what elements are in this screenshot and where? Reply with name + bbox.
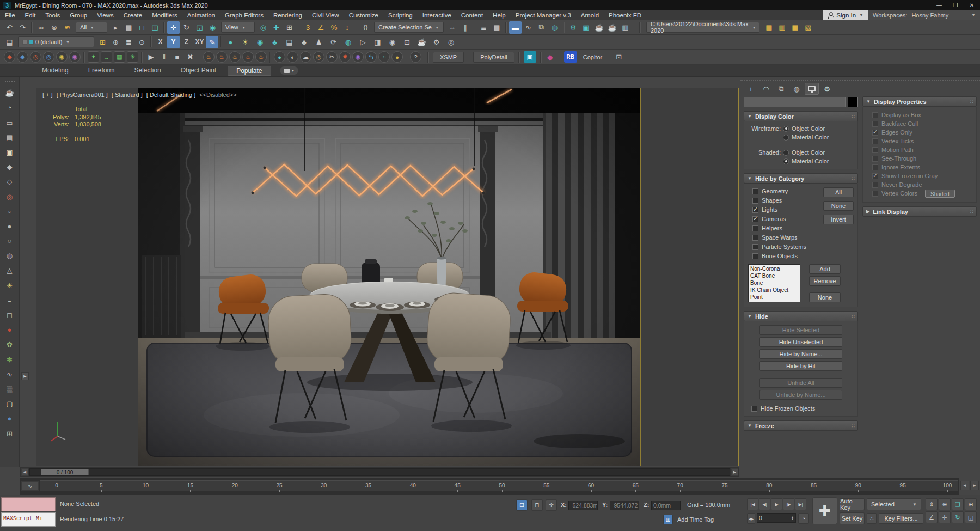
time-configuration-icon[interactable]: ◔ [798, 513, 809, 524]
edit-named-selection-sets-icon[interactable]: {} [359, 21, 372, 34]
character-icon[interactable]: ♟ [313, 36, 325, 48]
ribbon-tab[interactable]: Populate [228, 66, 271, 76]
cone-tool-icon[interactable]: △ [3, 265, 16, 276]
key-filters-button[interactable]: Key Filters... [879, 513, 923, 524]
coin-icon[interactable]: ● [391, 51, 403, 63]
menu-item[interactable]: Views [92, 10, 118, 20]
display-property-row[interactable]: Backface Cull [866, 119, 973, 128]
cream-card-icon[interactable]: ▢ [3, 398, 16, 410]
time-slider-track[interactable]: 0 / 100 [29, 468, 730, 476]
layer-properties-icon[interactable]: ≣ [122, 36, 135, 48]
add-time-tag[interactable]: Add Time Tag [677, 516, 714, 523]
orbit-icon[interactable]: ↻ [952, 511, 964, 523]
phoenix-fire-icon[interactable]: ◆ [4, 51, 15, 63]
play-preview-icon[interactable]: ▷ [357, 36, 369, 48]
sun-light-icon[interactable]: ☀ [3, 280, 16, 291]
render-gear-icon[interactable]: ⚙ [430, 36, 443, 48]
hide-action-button[interactable]: Hide Unselected [759, 337, 842, 347]
macro-recorder-field[interactable] [1, 497, 56, 511]
checkbox[interactable] [872, 147, 878, 153]
play-sim-icon[interactable]: ▶ [145, 51, 157, 63]
water-drop-icon[interactable]: ● [274, 51, 285, 63]
menu-item[interactable]: Interactive [418, 10, 456, 20]
time-slider[interactable]: ◀ 0 / 100 ▶ [20, 467, 739, 477]
compare-media-icon[interactable]: ▥ [619, 21, 632, 34]
purple-ball-icon[interactable]: ◉ [352, 51, 364, 63]
window-crossing-icon[interactable]: ◫ [149, 21, 161, 34]
category-row[interactable]: Geometry [752, 187, 823, 195]
donut-icon[interactable]: ◎ [313, 51, 324, 63]
spinner-snap-icon[interactable]: ↕ [341, 21, 353, 34]
percent-snap-icon[interactable]: % [328, 21, 340, 34]
blue-sphere-icon[interactable]: ● [3, 413, 16, 424]
category-row[interactable]: Bone Objects [752, 252, 823, 260]
select-and-manipulate-icon[interactable]: ✚ [270, 21, 283, 34]
shaded-material-color-radio[interactable] [783, 158, 789, 164]
hide-action-button[interactable]: Hide Selected [759, 325, 842, 335]
fire-preset-1-icon[interactable]: ♨ [203, 51, 215, 63]
circle-tool-icon[interactable]: ○ [3, 235, 16, 247]
rollout-header[interactable]: ▶Link Display [862, 206, 977, 217]
wireframe-material-color-radio[interactable] [783, 135, 789, 141]
trackbar-left-button[interactable]: ◄ [960, 481, 969, 490]
checkbox[interactable] [751, 406, 757, 412]
sphere-tool-icon[interactable]: ● [3, 221, 16, 232]
shaded-object-color-radio[interactable] [783, 150, 789, 156]
zoom-region-icon[interactable]: ⊞ [965, 498, 977, 510]
checkbox[interactable] [752, 244, 758, 250]
current-frame-field[interactable]: 0 ▲▼ [757, 513, 796, 523]
active-layer-dropdown[interactable]: 0 (default) [18, 36, 94, 47]
axis-constraint-button[interactable]: Z [180, 36, 193, 48]
planet-icon[interactable]: ◐ [287, 51, 298, 63]
cream-panel-icon[interactable]: ▣ [3, 147, 16, 158]
motion-tab[interactable]: ◍ [789, 83, 804, 95]
hide-action-button[interactable]: Unhide by Name... [759, 390, 842, 400]
all-button[interactable]: All [823, 187, 854, 197]
card-icon[interactable]: ▫ [3, 206, 16, 217]
isolate-selection-toggle[interactable]: ⊡ [516, 499, 528, 511]
list-item[interactable]: Point [750, 294, 798, 301]
toggle-ribbon-icon[interactable]: ▬ [509, 21, 522, 34]
display-property-row[interactable]: Vertex Colors Shaded [866, 189, 973, 198]
list-item[interactable]: Non-Corona [750, 265, 798, 272]
ribbon-tab[interactable]: Selection [126, 66, 169, 76]
key-mode-toggle[interactable]: ◀▶ [747, 513, 755, 524]
yellow-sim-icon[interactable]: ◉ [56, 51, 68, 63]
previous-frame-icon[interactable]: ◀| [759, 498, 770, 510]
workspaces-dropdown[interactable]: Workspaces: Hosny Fahmy ▼ [868, 10, 980, 20]
menu-item[interactable]: Rendering [268, 10, 307, 20]
axis-constraint-button[interactable]: Y [167, 36, 180, 48]
selection-filter-dropdown[interactable]: All [76, 22, 107, 33]
discard-sim-icon[interactable]: ✖ [184, 51, 197, 63]
liquid-sim-icon[interactable]: ◎ [43, 51, 54, 63]
redo-icon[interactable]: ↷ [16, 21, 29, 34]
menu-item[interactable]: Civil View [307, 10, 344, 20]
wireframe-object-color-radio[interactable] [783, 126, 789, 132]
sphere-primitive-icon[interactable]: ● [224, 36, 237, 48]
arc-tool-icon[interactable]: ◔ [3, 102, 16, 113]
select-and-place-icon[interactable]: ◉ [206, 21, 219, 34]
render-production-icon[interactable]: ☕ [593, 21, 605, 34]
menu-item[interactable]: Arnold [576, 10, 604, 20]
hide-action-button[interactable]: Unhide All [759, 378, 842, 388]
rollout-header[interactable]: ▼Freeze [744, 420, 858, 431]
turntable-icon[interactable]: ⟳ [327, 36, 340, 48]
select-object-icon[interactable]: ▸ [109, 21, 122, 34]
working-pivot-edit-icon[interactable]: ✎ [206, 36, 218, 48]
list-item[interactable]: CAT Bone [750, 272, 798, 279]
spline-icon[interactable]: ∿ [3, 369, 16, 380]
play-animation-icon[interactable]: ▶ [771, 498, 782, 510]
flower-icon[interactable]: ✿ [3, 339, 16, 350]
box-tool-icon[interactable]: ▤ [3, 132, 16, 143]
select-layer-objects-icon[interactable]: ⊙ [136, 36, 148, 48]
viewport-label-segment[interactable]: <<Disabled>> [199, 91, 237, 98]
zoom-extents-icon[interactable]: ❏ [952, 498, 964, 510]
toggle-layer-explorer-icon[interactable]: ▤ [491, 21, 503, 34]
mirror-icon[interactable]: ⇔ [446, 21, 458, 34]
restore-button[interactable]: ❐ [947, 0, 964, 10]
modify-tab[interactable]: ◠ [759, 83, 773, 95]
help-icon[interactable]: ? [410, 51, 421, 63]
timeline-ruler[interactable]: 0510152025303540455055606570758085909510… [40, 480, 958, 491]
wave-icon[interactable]: ≈ [378, 51, 390, 63]
set-keys-button[interactable]: ✚ [812, 497, 837, 524]
